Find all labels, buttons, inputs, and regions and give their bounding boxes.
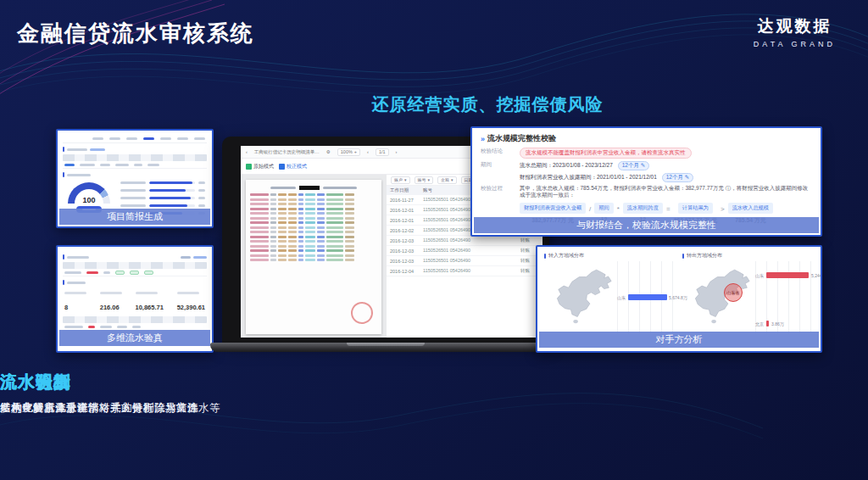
scanned-doc-pane — [241, 175, 387, 338]
process-text: 其中，流水总收入规模：785.54万元，财报利润表中营业收入金额：382,977… — [520, 185, 812, 199]
doc-skeleton-row — [250, 240, 377, 243]
corrected-mode-icon — [279, 164, 285, 170]
tick-icon — [544, 254, 546, 259]
feature-detail: 流水明细 结构化展示全量流水，并支持剔除与筛选 — [0, 371, 198, 416]
conclusion-row: 校验结论 流水规模不能覆盖财报利润表中营业收入金额，请检查流水真实性 — [481, 148, 812, 159]
bar-chart: 山东 5,244.48万 北京 3.86万 — [755, 261, 814, 334]
chart-title: 转入方地域分布 — [544, 252, 676, 260]
scale-check-panel: » 流水规模完整性校验 校验结论 流水规模不能覆盖财报利润表中营业收入金额，请检… — [470, 126, 822, 237]
filter-number[interactable]: 账号▾ — [415, 176, 434, 184]
pass-badge — [144, 271, 153, 275]
doc-skeleton-row — [250, 217, 377, 220]
nav-tab[interactable] — [126, 137, 137, 140]
tick-icon — [63, 280, 64, 285]
panel-caption: 与财报结合，校验流水规模完整性 — [474, 217, 819, 233]
edit-icon: ✎ — [685, 174, 689, 180]
doc-skeleton-row — [250, 212, 377, 215]
brand-logo-en: DATA GRAND — [754, 40, 836, 48]
doc-skeleton-row — [250, 231, 377, 233]
nav-tab[interactable] — [177, 137, 188, 140]
stat-item: 10,865.71 — [136, 292, 164, 313]
mini-table-header — [63, 316, 207, 323]
nav-tab-active[interactable] — [143, 137, 154, 140]
pass-badge — [115, 271, 125, 275]
dropdown-icon: ▾ — [428, 177, 431, 182]
document-title: 工商银行借记卡历史明细清单… — [254, 149, 320, 155]
card-caption: 多维流水验真 — [59, 330, 210, 346]
bar — [766, 321, 769, 327]
mini-table-header — [63, 154, 207, 161]
panel-title: » 流水规模完整性校验 — [481, 133, 812, 144]
region-marker: 山东省 — [724, 283, 743, 302]
pass-badge — [130, 271, 139, 275]
progress-row — [120, 181, 205, 184]
page-indicator: 1/1 — [376, 148, 389, 156]
mini-table-row — [63, 161, 207, 169]
stat-item: 52,390.61 — [177, 292, 205, 313]
scanned-sheet-rows — [250, 193, 377, 261]
mini-table-row — [63, 269, 207, 276]
tick-icon — [63, 254, 64, 260]
report-card: 100 项目简报生成 — [56, 129, 214, 228]
china-map: 山东省 — [682, 261, 754, 334]
section-title — [63, 254, 207, 260]
dropdown-icon: ▾ — [404, 177, 407, 182]
nav-tab[interactable] — [194, 137, 205, 140]
back-icon[interactable]: ‹ — [246, 149, 248, 154]
progress-row — [120, 204, 205, 207]
operator: = — [666, 205, 670, 213]
progress-row — [120, 197, 205, 199]
page-next-icon[interactable]: › — [396, 149, 398, 154]
nav-tab[interactable] — [160, 137, 171, 140]
nav-tab[interactable] — [92, 137, 103, 140]
period-row: 期间 流水总期间：2023/01/08 - 2023/12/27 12个月 ✎ … — [481, 161, 812, 182]
tick-icon — [63, 172, 64, 177]
bar — [766, 272, 809, 278]
panel-caption: 对手方分析 — [539, 332, 819, 348]
card-caption: 项目简报生成 — [59, 209, 210, 225]
dropdown-icon: ▾ — [451, 177, 453, 182]
section-title — [63, 147, 207, 152]
stats-row: 8 216.06 10,865.71 52,390.61 — [63, 287, 207, 316]
filter-account[interactable]: 账户▾ — [391, 176, 410, 184]
laptop-base — [210, 343, 561, 352]
original-mode-button[interactable]: 原始模式 — [246, 163, 274, 170]
doc-skeleton-row — [250, 226, 377, 229]
zoom-in-icon: + — [354, 149, 357, 154]
period-tag[interactable]: 12个月 ✎ — [662, 173, 694, 182]
bar — [628, 294, 667, 300]
conclusion-alert: 流水规模不能覆盖财报利润表中营业收入金额，请检查流水真实性 — [520, 148, 692, 159]
period-line-1: 流水总期间：2023/01/08 - 2023/12/27 12个月 ✎ — [520, 161, 693, 170]
corrected-mode-button[interactable]: 校正模式 — [279, 163, 307, 170]
tagline: 还原经营实质、挖掘偿债风险 — [322, 93, 653, 116]
doc-skeleton-row — [250, 203, 377, 205]
gauge-value: 100 — [68, 196, 110, 204]
redaction-block — [299, 186, 320, 190]
zoom-control[interactable]: 100%+ — [337, 148, 360, 156]
table-row: 2016-12-031150526501 05426490转账 — [387, 246, 542, 256]
doc-skeleton-row — [250, 193, 377, 196]
stat-item: 8 — [64, 292, 86, 313]
doc-skeleton-row — [250, 198, 377, 201]
verify-card: 8 216.06 10,865.71 52,390.61 多维流水验真 — [56, 245, 214, 353]
mini-nav-tabs — [63, 134, 207, 143]
bar-chart: 山东 5,674.8万 — [617, 261, 676, 334]
nav-tab[interactable] — [109, 137, 120, 140]
gear-icon[interactable]: ⚙ — [326, 149, 331, 154]
doc-skeleton-row — [250, 254, 377, 257]
doc-skeleton-row — [250, 249, 377, 252]
period-line-2: 财报利润表营业收入披露期间：2021/01/01 - 2021/12/01 12… — [520, 173, 693, 182]
doc-skeleton-row — [250, 221, 377, 224]
page-prev-icon[interactable]: ‹ — [367, 149, 369, 154]
edit-icon: ✎ — [641, 162, 645, 168]
period-tag[interactable]: 12个月 ✎ — [618, 161, 650, 170]
tick-icon — [682, 254, 684, 259]
original-mode-icon — [246, 164, 252, 170]
sheet-header — [250, 186, 377, 190]
mini-table-header — [63, 262, 207, 269]
filter-amount[interactable]: 金额▾ — [437, 176, 457, 184]
table-row: 2016-12-031150526501 05426490转账 — [387, 256, 542, 266]
doc-skeleton-row — [250, 259, 377, 261]
tick-icon — [63, 147, 64, 152]
chart-title: 转出方地域分布 — [682, 252, 814, 260]
